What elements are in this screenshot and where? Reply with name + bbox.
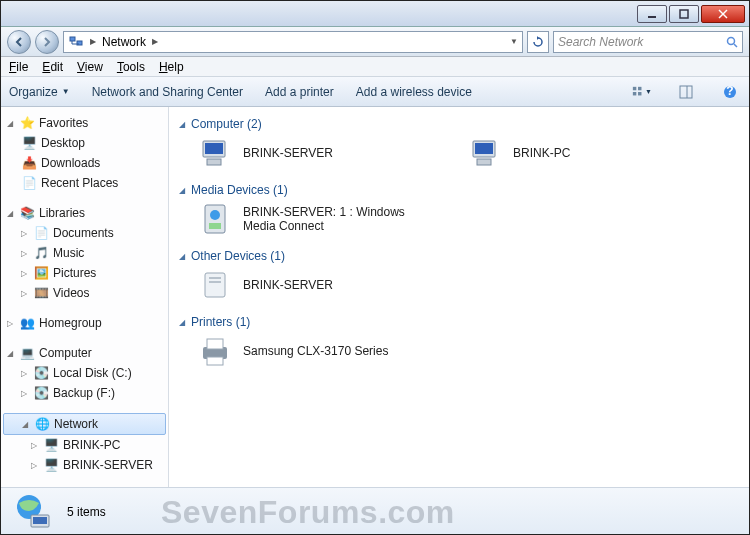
cmd-add-printer[interactable]: Add a printer [265,85,334,99]
svg-rect-31 [207,339,223,349]
sidebar-item-backup-f[interactable]: ▷💽Backup (F:) [1,383,168,403]
drive-icon: 💽 [33,365,49,381]
details-item-count: 5 items [67,505,106,519]
network-item[interactable]: BRINK-PC [467,135,707,171]
music-icon: 🎵 [33,245,49,261]
content-pane: ◢Computer (2)BRINK-SERVERBRINK-PC◢Media … [169,107,749,487]
item-label: BRINK-SERVER: 1 : Windows Media Connect [243,205,437,234]
command-bar: Organize ▼ Network and Sharing Center Ad… [1,77,749,107]
nav-row: ▶ Network ▶ ▼ Search Network [1,27,749,57]
pc-icon: 🖥️ [43,437,59,453]
svg-point-8 [728,37,735,44]
item-label: Samsung CLX-3170 Series [243,344,388,358]
other-icon [197,267,233,303]
recent-icon: 📄 [21,175,37,191]
breadcrumb-segment[interactable]: Network [102,35,146,49]
svg-rect-22 [475,143,493,154]
watermark-text: SevenForums.com [161,494,455,531]
menu-view[interactable]: View [77,60,103,74]
drive-icon: 💽 [33,385,49,401]
category-head-other-devices[interactable]: ◢Other Devices (1) [179,245,739,267]
category-head-computer[interactable]: ◢Computer (2) [179,113,739,135]
item-label: BRINK-PC [513,146,570,160]
pc-icon: 🖥️ [43,457,59,473]
documents-icon: 📄 [33,225,49,241]
desktop-icon: 🖥️ [21,135,37,151]
svg-rect-26 [209,223,221,229]
minimize-button[interactable] [637,5,667,23]
menu-file[interactable]: File [9,60,28,74]
cmd-network-sharing-center[interactable]: Network and Sharing Center [92,85,243,99]
svg-rect-20 [207,159,221,165]
computer-icon [197,135,233,171]
svg-rect-10 [633,86,636,89]
svg-rect-29 [209,281,221,283]
computer-icon: 💻 [19,345,35,361]
view-options-button[interactable]: ▼ [631,81,653,103]
sidebar-item-downloads[interactable]: 📥Downloads [1,153,168,173]
chevron-right-icon: ▶ [90,37,96,46]
homegroup-icon: 👥 [19,315,35,331]
svg-rect-35 [33,517,47,524]
search-input[interactable]: Search Network [553,31,743,53]
organize-menu[interactable]: Organize ▼ [9,85,70,99]
sidebar-head-homegroup[interactable]: ▷👥Homegroup [1,313,168,333]
pictures-icon: 🖼️ [33,265,49,281]
category-head-media-devices[interactable]: ◢Media Devices (1) [179,179,739,201]
sidebar-head-libraries[interactable]: ◢📚Libraries [1,203,168,223]
sidebar-head-network[interactable]: ◢🌐Network [3,413,166,435]
category-head-printers[interactable]: ◢Printers (1) [179,311,739,333]
address-bar[interactable]: ▶ Network ▶ ▼ [63,31,523,53]
sidebar-head-computer[interactable]: ◢💻Computer [1,343,168,363]
menu-tools[interactable]: Tools [117,60,145,74]
sidebar-item-music[interactable]: ▷🎵Music [1,243,168,263]
details-pane: 5 items SevenForums.com [1,487,749,535]
svg-rect-13 [638,92,641,95]
network-item[interactable]: BRINK-SERVER: 1 : Windows Media Connect [197,201,437,237]
back-button[interactable] [7,30,31,54]
forward-button[interactable] [35,30,59,54]
star-icon: ⭐ [19,115,35,131]
computer-icon [467,135,503,171]
svg-rect-11 [638,86,641,89]
help-button[interactable]: ? [719,81,741,103]
menu-edit[interactable]: Edit [42,60,63,74]
menu-help[interactable]: Help [159,60,184,74]
printer-icon [197,333,233,369]
network-item[interactable]: BRINK-SERVER [197,267,437,303]
cmd-add-wireless-device[interactable]: Add a wireless device [356,85,472,99]
dropdown-icon[interactable]: ▼ [510,37,518,46]
menu-bar: File Edit View Tools Help [1,57,749,77]
network-item[interactable]: BRINK-SERVER [197,135,437,171]
svg-rect-4 [70,37,75,41]
svg-rect-27 [205,273,225,297]
svg-rect-23 [477,159,491,165]
videos-icon: 🎞️ [33,285,49,301]
sidebar-item-pictures[interactable]: ▷🖼️Pictures [1,263,168,283]
downloads-icon: 📥 [21,155,37,171]
network-icon: 🌐 [34,416,50,432]
chevron-right-icon: ▶ [152,37,158,46]
sidebar-item-brink-pc[interactable]: ▷🖥️BRINK-PC [1,435,168,455]
close-button[interactable] [701,5,745,23]
refresh-button[interactable] [527,31,549,53]
sidebar-item-brink-server[interactable]: ▷🖥️BRINK-SERVER [1,455,168,475]
svg-text:?: ? [726,85,733,98]
chevron-down-icon: ◢ [179,252,185,261]
network-item[interactable]: Samsung CLX-3170 Series [197,333,437,369]
chevron-down-icon: ◢ [179,120,185,129]
sidebar-item-local-disk-c[interactable]: ▷💽Local Disk (C:) [1,363,168,383]
svg-rect-19 [205,143,223,154]
sidebar-item-recent-places[interactable]: 📄Recent Places [1,173,168,193]
svg-rect-32 [207,357,223,365]
preview-pane-button[interactable] [675,81,697,103]
maximize-button[interactable] [669,5,699,23]
sidebar-item-videos[interactable]: ▷🎞️Videos [1,283,168,303]
sidebar-item-documents[interactable]: ▷📄Documents [1,223,168,243]
svg-rect-1 [680,10,688,18]
sidebar-head-favorites[interactable]: ◢⭐Favorites [1,113,168,133]
svg-rect-12 [633,92,636,95]
item-label: BRINK-SERVER [243,278,333,292]
sidebar-item-desktop[interactable]: 🖥️Desktop [1,133,168,153]
network-large-icon [11,491,53,533]
